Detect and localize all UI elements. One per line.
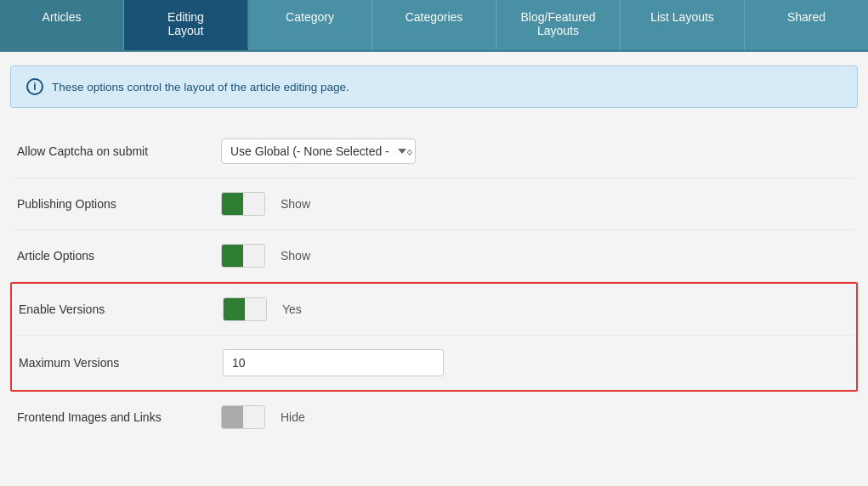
toggle-on-part — [222, 245, 243, 267]
frontend-images-control: Hide — [221, 405, 305, 429]
toggle-on-part — [224, 298, 245, 320]
article-options-row: Article Options Show — [14, 230, 854, 282]
tab-category[interactable]: Category — [248, 0, 372, 50]
form-content: Allow Captcha on submit Use Global (- No… — [0, 122, 868, 456]
tab-articles[interactable]: Articles — [0, 0, 124, 50]
tab-categories[interactable]: Categories — [372, 0, 496, 50]
highlight-section: Enable Versions Yes Maximum Versions — [10, 282, 858, 392]
enable-versions-control: Yes — [223, 297, 302, 321]
toggle-track — [223, 297, 267, 321]
article-options-control: Show — [221, 244, 310, 268]
toggle-on-part — [222, 406, 243, 428]
info-icon: i — [26, 78, 43, 95]
tab-navigation: Articles EditingLayout Category Categori… — [0, 0, 868, 52]
toggle-track — [221, 244, 265, 268]
toggle-off-part — [243, 406, 264, 428]
frontend-images-row: Frontend Images and Links Hide — [14, 392, 854, 443]
toggle-off-part — [245, 298, 266, 320]
enable-versions-toggle-label: Yes — [282, 302, 302, 316]
frontend-images-toggle[interactable] — [221, 405, 265, 429]
tab-shared[interactable]: Shared — [745, 0, 868, 50]
tab-editing-layout[interactable]: EditingLayout — [124, 0, 248, 50]
frontend-images-label: Frontend Images and Links — [17, 410, 204, 424]
allow-captcha-label: Allow Captcha on submit — [17, 144, 204, 158]
frontend-images-toggle-label: Hide — [281, 410, 305, 424]
enable-versions-label: Enable Versions — [19, 302, 206, 316]
publishing-options-toggle[interactable] — [221, 192, 265, 216]
publishing-options-control: Show — [221, 192, 310, 216]
article-options-label: Article Options — [17, 249, 204, 263]
toggle-track — [221, 192, 265, 216]
info-banner: i These options control the layout of th… — [10, 65, 858, 108]
allow-captcha-select[interactable]: Use Global (- None Selected - Yes No — [221, 138, 416, 164]
maximum-versions-row: Maximum Versions — [15, 336, 853, 390]
article-options-toggle-label: Show — [281, 249, 310, 263]
maximum-versions-label: Maximum Versions — [19, 356, 206, 370]
allow-captcha-control: Use Global (- None Selected - Yes No ⬨ — [221, 138, 414, 164]
enable-versions-row: Enable Versions Yes — [15, 284, 853, 336]
toggle-off-part — [243, 193, 264, 215]
publishing-options-label: Publishing Options — [17, 197, 204, 211]
toggle-off-part — [243, 245, 264, 267]
toggle-on-part — [222, 193, 243, 215]
info-text: These options control the layout of the … — [52, 81, 349, 93]
tab-blog-featured-layouts[interactable]: Blog/FeaturedLayouts — [496, 0, 621, 50]
allow-captcha-row: Allow Captcha on submit Use Global (- No… — [14, 125, 854, 178]
maximum-versions-control — [223, 349, 444, 376]
maximum-versions-input[interactable] — [223, 349, 444, 376]
toggle-track — [221, 405, 265, 429]
tab-list-layouts[interactable]: List Layouts — [621, 0, 745, 50]
publishing-options-row: Publishing Options Show — [14, 178, 854, 230]
enable-versions-toggle[interactable] — [223, 297, 267, 321]
article-options-toggle[interactable] — [221, 244, 265, 268]
publishing-options-toggle-label: Show — [281, 197, 310, 211]
